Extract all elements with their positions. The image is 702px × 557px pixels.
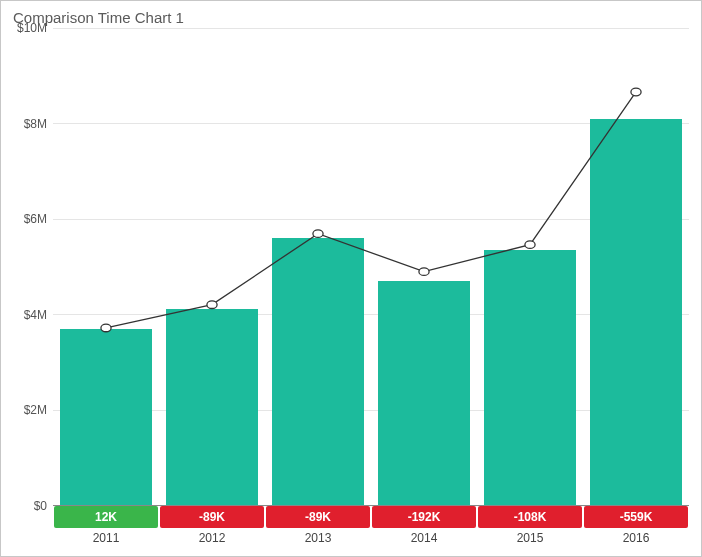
y-tick-label: $8M [24,117,47,131]
line-point [631,88,641,96]
y-tick-label: $4M [24,308,47,322]
line-point [207,301,217,309]
delta-strip: -108K [478,506,582,528]
line-point [101,324,111,332]
delta-strip: -192K [372,506,476,528]
line-point [313,230,323,238]
line-series [106,92,636,328]
chart-title: Comparison Time Chart 1 [13,9,689,26]
line-point [419,268,429,276]
delta-strip-row: 12K-89K-89K-192K-108K-559K [53,506,689,528]
plot-area: $0$2M$4M$6M$8M$10M [13,28,689,506]
delta-strip: -89K [160,506,264,528]
x-tick-label: 2013 [265,528,371,550]
x-tick-label: 2012 [159,528,265,550]
y-axis: $0$2M$4M$6M$8M$10M [13,28,53,506]
x-tick-label: 2015 [477,528,583,550]
y-tick-label: $10M [17,21,47,35]
x-tick-label: 2011 [53,528,159,550]
line-layer [53,28,689,505]
delta-strip: -89K [266,506,370,528]
x-tick-label: 2016 [583,528,689,550]
x-axis-labels: 201120122013201420152016 [53,528,689,550]
line-point [525,241,535,249]
x-tick-label: 2014 [371,528,477,550]
y-tick-label: $0 [34,499,47,513]
delta-strip: -559K [584,506,688,528]
chart-body [53,28,689,506]
y-tick-label: $6M [24,212,47,226]
delta-strip: 12K [54,506,158,528]
chart-card: Comparison Time Chart 1 $0$2M$4M$6M$8M$1… [0,0,702,557]
y-tick-label: $2M [24,403,47,417]
